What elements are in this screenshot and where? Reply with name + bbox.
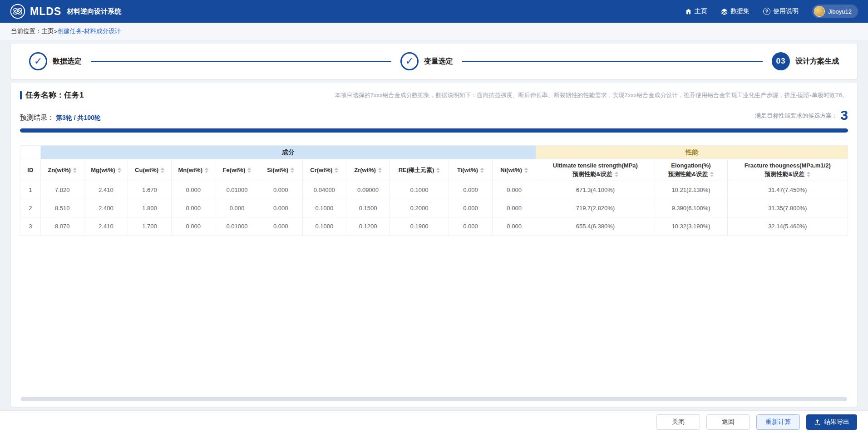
sort-icon[interactable] xyxy=(291,167,294,173)
col-header-performance[interactable]: Ultimate tensile strength(MPa)预测性能&误差 xyxy=(536,159,655,181)
prediction-result-label: 预测结果： xyxy=(20,113,54,122)
task-name: 任务名称：任务1 xyxy=(25,90,84,100)
breadcrumb: 当前位置： 主页 > 创建任务-材料成分设计 xyxy=(0,23,868,40)
cell-performance: 10.32(3.190%) xyxy=(655,217,727,236)
cell-composition: 0.000 xyxy=(449,217,492,236)
col-header-label: Ultimate tensile strength(MPa) xyxy=(538,162,652,170)
col-header-composition[interactable]: RE(稀土元素) xyxy=(390,159,449,181)
cell-performance: 32.14(5.460%) xyxy=(727,217,848,236)
col-header-label: Fracture thougness(MPa.m1/2) xyxy=(730,162,846,170)
cell-performance: 31.47(7.450%) xyxy=(727,181,848,199)
sort-icon[interactable] xyxy=(335,167,338,173)
cell-performance: 31.35(7.800%) xyxy=(727,199,848,217)
cell-composition: 0.1000 xyxy=(390,181,449,199)
col-header-performance[interactable]: Elongation(%)预测性能&误差 xyxy=(655,159,727,181)
sort-icon[interactable] xyxy=(378,167,382,173)
step-connector xyxy=(462,61,763,62)
export-button-label: 结果导出 xyxy=(824,418,849,426)
cell-composition: 0.1500 xyxy=(346,199,390,217)
cell-id: 2 xyxy=(20,199,41,217)
col-header-performance[interactable]: Fracture thougness(MPa.m1/2)预测性能&误差 xyxy=(727,159,848,181)
cell-performance: 655.4(6.380%) xyxy=(536,217,655,236)
recalculate-button[interactable]: 重新计算 xyxy=(756,414,800,430)
step-variable-selection: ✓ 变量选定 xyxy=(400,52,453,70)
cell-composition: 0.000 xyxy=(172,217,215,236)
sort-icon[interactable] xyxy=(710,172,714,177)
col-header-sublabel: 预测性能&误差 xyxy=(765,171,804,178)
sort-icon[interactable] xyxy=(524,167,528,173)
progress-bar xyxy=(20,128,848,133)
cell-composition: 1.670 xyxy=(128,181,171,199)
sort-icon[interactable] xyxy=(205,167,208,173)
breadcrumb-current[interactable]: 创建任务-材料成分设计 xyxy=(57,27,121,35)
cell-composition: 8.070 xyxy=(40,217,84,236)
col-header-composition[interactable]: Ti(wt%) xyxy=(449,159,492,181)
close-button[interactable]: 关闭 xyxy=(656,414,700,430)
stepper: ✓ 数据选定 ✓ 变量选定 03 设计方案生成 xyxy=(11,44,857,79)
col-header-composition[interactable]: Mn(wt%) xyxy=(172,159,215,181)
col-header-label: Zr(wt%) xyxy=(354,167,376,173)
sort-icon[interactable] xyxy=(161,167,164,173)
cell-performance: 719.7(2.820%) xyxy=(536,199,655,217)
sort-icon[interactable] xyxy=(247,167,251,173)
nav-item-dataset[interactable]: 数据集 xyxy=(721,7,750,15)
composition-group-header: 成分 xyxy=(40,146,536,159)
sort-icon[interactable] xyxy=(615,172,618,177)
performance-group-header: 性能 xyxy=(536,146,848,159)
col-header-label: Mg(wt%) xyxy=(91,167,115,173)
horizontal-scrollbar[interactable] xyxy=(21,397,847,401)
breadcrumb-home[interactable]: 主页 xyxy=(42,27,54,35)
nav-item-home[interactable]: 主页 xyxy=(685,7,707,15)
sort-icon[interactable] xyxy=(436,167,440,173)
col-header-label: Mn(wt%) xyxy=(178,167,202,173)
cell-id: 3 xyxy=(20,217,41,236)
sort-icon[interactable] xyxy=(73,167,77,173)
id-band-blank xyxy=(20,146,41,159)
cell-composition: 2.410 xyxy=(84,217,128,236)
col-header-composition[interactable]: Zr(wt%) xyxy=(346,159,390,181)
breadcrumb-prefix: 当前位置： xyxy=(11,27,42,35)
cell-composition: 0.1000 xyxy=(302,199,346,217)
cell-composition: 0.000 xyxy=(259,199,302,217)
col-header-label: RE(稀土元素) xyxy=(399,166,434,174)
export-results-button[interactable]: 结果导出 xyxy=(806,414,857,430)
col-header-composition[interactable]: Ni(wt%) xyxy=(493,159,536,181)
home-icon xyxy=(685,8,692,15)
col-header-composition[interactable]: Fe(wt%) xyxy=(215,159,259,181)
cell-performance: 671.3(4.100%) xyxy=(536,181,655,199)
col-header-label: Ti(wt%) xyxy=(457,167,478,173)
sort-icon[interactable] xyxy=(807,172,810,177)
user-menu[interactable]: Jiboyu12 xyxy=(812,5,858,18)
back-button[interactable]: 返回 xyxy=(706,414,750,430)
col-header-composition[interactable]: Zn(wt%) xyxy=(40,159,84,181)
brand-area: MLDS 材料逆向设计系统 xyxy=(10,4,121,19)
step-data-selection: ✓ 数据选定 xyxy=(29,52,82,70)
breadcrumb-separator: > xyxy=(54,28,58,35)
col-header-composition[interactable]: Cr(wt%) xyxy=(302,159,346,181)
sort-icon[interactable] xyxy=(118,167,121,173)
nav-label: 主页 xyxy=(695,7,707,15)
logo-atom-icon xyxy=(10,4,25,19)
col-header-label: Fe(wt%) xyxy=(223,167,246,173)
step-label: 数据选定 xyxy=(53,57,82,66)
col-header-id: ID xyxy=(20,159,41,181)
col-header-composition[interactable]: Mg(wt%) xyxy=(84,159,128,181)
action-footer: 关闭 返回 重新计算 结果导出 xyxy=(0,411,868,433)
col-header-composition[interactable]: Cu(wt%) xyxy=(128,159,171,181)
step-connector xyxy=(91,61,391,62)
dataset-description: 本项目选择的7xxx铝合金成分数据集，数据说明如下：面向抗拉强度、断后伸长率、断… xyxy=(97,91,848,99)
sort-icon[interactable] xyxy=(480,167,484,173)
cell-performance: 10.21(2.130%) xyxy=(655,181,727,199)
cell-composition: 0.1000 xyxy=(302,217,346,236)
nav-item-help[interactable]: ? 使用说明 xyxy=(763,7,799,15)
result-panel: 任务名称：任务1 本项目选择的7xxx铝合金成分数据集，数据说明如下：面向抗拉强… xyxy=(11,83,857,407)
cell-composition: 0.000 xyxy=(259,217,302,236)
cell-composition: 0.000 xyxy=(449,199,492,217)
check-icon: ✓ xyxy=(29,52,47,70)
cell-composition: 0.04000 xyxy=(302,181,346,199)
cell-composition: 0.1200 xyxy=(346,217,390,236)
col-header-label: Cr(wt%) xyxy=(310,167,332,173)
dataset-icon xyxy=(721,8,728,15)
col-header-composition[interactable]: Si(wt%) xyxy=(259,159,302,181)
task-title: 任务名称：任务1 xyxy=(20,90,84,100)
